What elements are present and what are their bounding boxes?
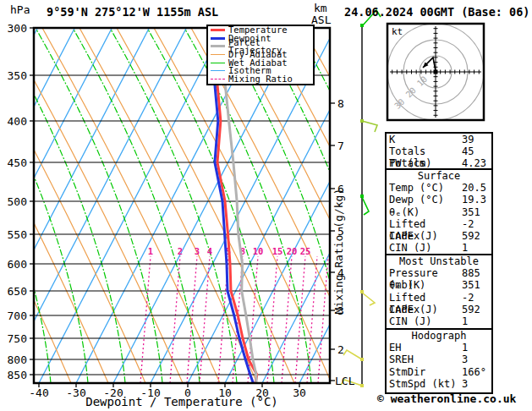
stat-label: CAPE (J)	[389, 230, 462, 242]
stat-label: θₑ (K)	[389, 279, 462, 291]
hodograph-origin-marker	[434, 70, 438, 74]
mixing-ratio-label: 25	[300, 246, 311, 256]
table-row: CAPE (J)592	[387, 304, 491, 315]
altitude-tick-label: 8	[337, 97, 344, 110]
temp-tick-label: 30	[293, 386, 306, 399]
copyright: © weatheronline.co.uk	[377, 392, 516, 405]
wet-adiabat-swatch	[211, 63, 225, 63]
page-title: 9°59'N 275°12'W 1155m ASL	[47, 5, 218, 19]
stat-value: -2	[462, 218, 474, 230]
table-row: K39	[387, 134, 491, 145]
table-header: Surface	[387, 170, 491, 182]
altitude-tick-label: 7	[337, 140, 344, 152]
mixing-ratio-label: 2	[178, 246, 183, 256]
wet-adiabat-line	[36, 28, 162, 383]
mixing-ratio-swatch	[211, 79, 225, 79]
table-row: θₑ (K)351	[387, 279, 491, 291]
stat-value: 3	[462, 353, 468, 365]
mixing-ratio-label: 4	[207, 246, 212, 256]
table-row: EH1	[387, 342, 491, 353]
pressure-tick-label: 700	[8, 310, 27, 322]
pressure-unit-label: hPa	[10, 3, 30, 16]
temp-tick-label: -40	[29, 386, 48, 399]
wind-barb	[343, 350, 362, 359]
stat-value: 592	[462, 304, 480, 315]
legend-label: Mixing Ratio	[228, 75, 293, 83]
stat-label: Lifted Index	[389, 292, 462, 304]
stat-label: StmDir	[389, 366, 462, 378]
stat-label: EH	[389, 342, 462, 353]
stat-value: 1	[462, 315, 468, 327]
stat-value: 20.5	[462, 182, 486, 194]
wind-barb	[362, 293, 375, 305]
mixing-ratio-label: 1	[148, 246, 153, 256]
table-row: CIN (J)1	[387, 242, 491, 254]
pressure-tick-label: 450	[8, 156, 27, 169]
mixing-ratio-line	[170, 256, 180, 383]
altitude-tick-label: 2	[337, 343, 344, 356]
mixing-ratio-line	[282, 256, 292, 383]
table-row: Totals Totals45	[387, 145, 491, 157]
temperature-line-swatch	[211, 29, 225, 31]
wind-barb	[362, 121, 377, 132]
table-row: Temp (°C)20.5	[387, 182, 491, 194]
mixing-ratio-label: 15	[272, 246, 283, 256]
table-header: Hodograph	[387, 330, 491, 342]
stat-label: Pressure (mb)	[389, 267, 462, 279]
altitude-unit-km-label: km	[314, 2, 327, 14]
pressure-tick-label: 300	[8, 22, 27, 35]
stat-value: 351	[462, 279, 480, 291]
stat-label: CIN (J)	[389, 315, 462, 327]
stat-value: 39	[462, 134, 474, 145]
table-row: StmSpd (kt)3	[387, 378, 491, 390]
stat-value: 1	[462, 242, 468, 254]
stat-label: Dewp (°C)	[389, 194, 462, 206]
wind-barb-station	[360, 195, 364, 198]
stat-label: StmSpd (kt)	[389, 378, 462, 390]
pressure-tick-label: 850	[8, 369, 27, 381]
wind-barb-station	[360, 119, 364, 123]
stat-label: Totals Totals	[389, 145, 462, 157]
mixing-ratio-line	[307, 256, 317, 383]
hodograph-unit-label: kt	[392, 26, 403, 37]
pressure-tick-label: 350	[8, 69, 27, 82]
datetime-label: 24.06.2024 00GMT (Base: 06)	[344, 5, 529, 19]
wind-barb-station	[360, 24, 364, 27]
wind-barb-station	[360, 290, 364, 293]
hodograph-stats-table: Hodograph EH1 SREH3 StmDir166° StmSpd (k…	[385, 328, 493, 394]
table-row: Lifted Index-2	[387, 292, 491, 304]
parcel-line-swatch	[211, 45, 225, 47]
stat-label: θₑ(K)	[389, 206, 462, 218]
stat-value: 166°	[462, 366, 486, 378]
stat-value: -2	[462, 292, 474, 304]
isotherm-swatch	[211, 70, 225, 71]
x-axis-title: Dewpoint / Temperature (°C)	[76, 395, 288, 408]
stat-value: 1	[462, 342, 468, 353]
legend: Temperature Dewpoint Parcel Trajectory D…	[206, 25, 315, 85]
pressure-tick-label: 600	[8, 258, 27, 271]
mixing-ratio-label: 3	[195, 246, 200, 256]
stat-label: Lifted Index	[389, 218, 462, 230]
table-row: StmDir166°	[387, 366, 491, 378]
table-row: Pressure (mb)885	[387, 267, 491, 279]
dry-adiabat-swatch	[211, 54, 225, 55]
legend-item: Mixing Ratio	[211, 75, 313, 84]
stat-label: CIN (J)	[389, 242, 462, 254]
pressure-tick-label: 800	[8, 353, 27, 366]
pressure-tick-label: 500	[8, 195, 27, 208]
stat-value: 885	[462, 267, 480, 279]
stat-label: K	[389, 134, 462, 145]
mixing-ratio-axis-title: Mixing Ratio (g/kg)	[332, 195, 345, 315]
stat-label: CAPE (J)	[389, 304, 462, 315]
lcl-label: LCL	[335, 375, 354, 387]
mixing-ratio-label: 10	[253, 246, 264, 256]
stat-label: SREH	[389, 353, 462, 365]
pressure-tick-label: 400	[8, 115, 27, 128]
mixing-ratio-label: 20	[287, 246, 298, 256]
stat-value: 351	[462, 206, 480, 218]
stat-value: 592	[462, 230, 480, 242]
table-row: θₑ(K)351	[387, 206, 491, 218]
table-row: CIN (J)1	[387, 315, 491, 327]
sounding-page: 1234581015202530035040045050055060065070…	[0, 0, 532, 411]
most-unstable-table: Most Unstable Pressure (mb)885 θₑ (K)351…	[385, 254, 493, 332]
